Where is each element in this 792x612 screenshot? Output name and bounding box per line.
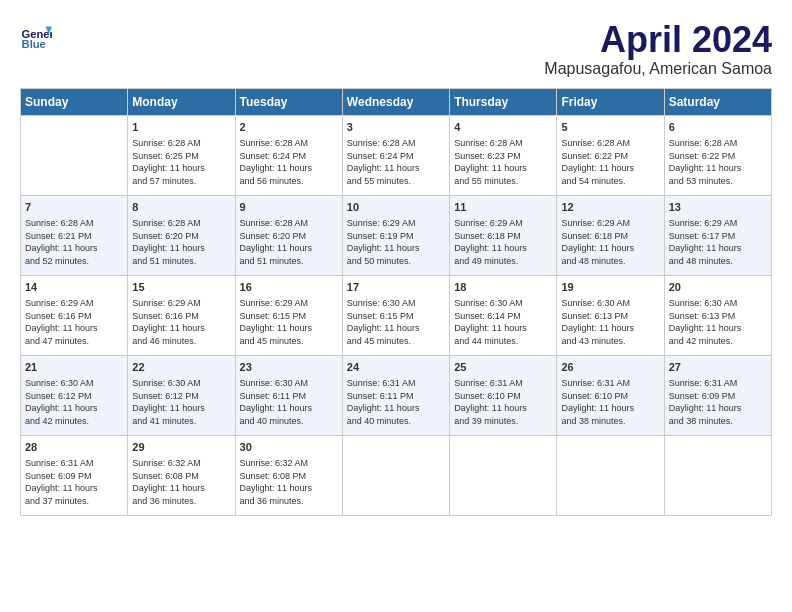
calendar-cell: 13Sunrise: 6:29 AM Sunset: 6:17 PM Dayli… xyxy=(664,195,771,275)
day-info: Sunrise: 6:31 AM Sunset: 6:10 PM Dayligh… xyxy=(454,377,552,427)
weekday-header: Thursday xyxy=(450,88,557,115)
day-number: 14 xyxy=(25,280,123,295)
calendar-cell: 20Sunrise: 6:30 AM Sunset: 6:13 PM Dayli… xyxy=(664,275,771,355)
calendar-cell: 10Sunrise: 6:29 AM Sunset: 6:19 PM Dayli… xyxy=(342,195,449,275)
weekday-header: Monday xyxy=(128,88,235,115)
day-number: 10 xyxy=(347,200,445,215)
day-number: 9 xyxy=(240,200,338,215)
logo: General Blue xyxy=(20,20,52,52)
day-number: 4 xyxy=(454,120,552,135)
day-info: Sunrise: 6:28 AM Sunset: 6:20 PM Dayligh… xyxy=(132,217,230,267)
day-info: Sunrise: 6:29 AM Sunset: 6:18 PM Dayligh… xyxy=(561,217,659,267)
calendar-cell: 18Sunrise: 6:30 AM Sunset: 6:14 PM Dayli… xyxy=(450,275,557,355)
day-number: 13 xyxy=(669,200,767,215)
day-info: Sunrise: 6:32 AM Sunset: 6:08 PM Dayligh… xyxy=(240,457,338,507)
calendar-cell: 21Sunrise: 6:30 AM Sunset: 6:12 PM Dayli… xyxy=(21,355,128,435)
page-header: General Blue April 2024 Mapusagafou, Ame… xyxy=(20,20,772,78)
weekday-header: Sunday xyxy=(21,88,128,115)
calendar-cell: 2Sunrise: 6:28 AM Sunset: 6:24 PM Daylig… xyxy=(235,115,342,195)
svg-text:Blue: Blue xyxy=(22,38,46,50)
day-info: Sunrise: 6:28 AM Sunset: 6:22 PM Dayligh… xyxy=(561,137,659,187)
logo-icon: General Blue xyxy=(20,20,52,52)
calendar-cell: 22Sunrise: 6:30 AM Sunset: 6:12 PM Dayli… xyxy=(128,355,235,435)
day-info: Sunrise: 6:28 AM Sunset: 6:25 PM Dayligh… xyxy=(132,137,230,187)
calendar-cell: 28Sunrise: 6:31 AM Sunset: 6:09 PM Dayli… xyxy=(21,435,128,515)
day-number: 5 xyxy=(561,120,659,135)
day-number: 21 xyxy=(25,360,123,375)
day-info: Sunrise: 6:29 AM Sunset: 6:18 PM Dayligh… xyxy=(454,217,552,267)
day-number: 25 xyxy=(454,360,552,375)
day-info: Sunrise: 6:29 AM Sunset: 6:15 PM Dayligh… xyxy=(240,297,338,347)
location-title: Mapusagafou, American Samoa xyxy=(544,60,772,78)
day-info: Sunrise: 6:30 AM Sunset: 6:11 PM Dayligh… xyxy=(240,377,338,427)
calendar-cell: 19Sunrise: 6:30 AM Sunset: 6:13 PM Dayli… xyxy=(557,275,664,355)
day-number: 17 xyxy=(347,280,445,295)
calendar-table: SundayMondayTuesdayWednesdayThursdayFrid… xyxy=(20,88,772,516)
day-number: 11 xyxy=(454,200,552,215)
calendar-cell xyxy=(21,115,128,195)
day-number: 19 xyxy=(561,280,659,295)
calendar-cell: 15Sunrise: 6:29 AM Sunset: 6:16 PM Dayli… xyxy=(128,275,235,355)
day-info: Sunrise: 6:30 AM Sunset: 6:12 PM Dayligh… xyxy=(132,377,230,427)
calendar-cell: 29Sunrise: 6:32 AM Sunset: 6:08 PM Dayli… xyxy=(128,435,235,515)
calendar-cell xyxy=(450,435,557,515)
day-info: Sunrise: 6:30 AM Sunset: 6:13 PM Dayligh… xyxy=(669,297,767,347)
day-info: Sunrise: 6:31 AM Sunset: 6:09 PM Dayligh… xyxy=(25,457,123,507)
calendar-cell xyxy=(664,435,771,515)
calendar-cell: 12Sunrise: 6:29 AM Sunset: 6:18 PM Dayli… xyxy=(557,195,664,275)
day-info: Sunrise: 6:30 AM Sunset: 6:12 PM Dayligh… xyxy=(25,377,123,427)
day-number: 6 xyxy=(669,120,767,135)
day-info: Sunrise: 6:29 AM Sunset: 6:19 PM Dayligh… xyxy=(347,217,445,267)
day-info: Sunrise: 6:28 AM Sunset: 6:23 PM Dayligh… xyxy=(454,137,552,187)
calendar-cell: 1Sunrise: 6:28 AM Sunset: 6:25 PM Daylig… xyxy=(128,115,235,195)
day-info: Sunrise: 6:32 AM Sunset: 6:08 PM Dayligh… xyxy=(132,457,230,507)
day-number: 23 xyxy=(240,360,338,375)
day-number: 15 xyxy=(132,280,230,295)
calendar-cell: 25Sunrise: 6:31 AM Sunset: 6:10 PM Dayli… xyxy=(450,355,557,435)
calendar-cell: 27Sunrise: 6:31 AM Sunset: 6:09 PM Dayli… xyxy=(664,355,771,435)
calendar-cell: 3Sunrise: 6:28 AM Sunset: 6:24 PM Daylig… xyxy=(342,115,449,195)
weekday-header: Saturday xyxy=(664,88,771,115)
day-info: Sunrise: 6:31 AM Sunset: 6:11 PM Dayligh… xyxy=(347,377,445,427)
day-info: Sunrise: 6:31 AM Sunset: 6:10 PM Dayligh… xyxy=(561,377,659,427)
day-number: 8 xyxy=(132,200,230,215)
day-number: 29 xyxy=(132,440,230,455)
day-info: Sunrise: 6:29 AM Sunset: 6:16 PM Dayligh… xyxy=(25,297,123,347)
day-info: Sunrise: 6:28 AM Sunset: 6:21 PM Dayligh… xyxy=(25,217,123,267)
day-number: 28 xyxy=(25,440,123,455)
day-info: Sunrise: 6:31 AM Sunset: 6:09 PM Dayligh… xyxy=(669,377,767,427)
day-number: 27 xyxy=(669,360,767,375)
month-title: April 2024 xyxy=(544,20,772,60)
day-number: 3 xyxy=(347,120,445,135)
weekday-header: Wednesday xyxy=(342,88,449,115)
day-info: Sunrise: 6:30 AM Sunset: 6:14 PM Dayligh… xyxy=(454,297,552,347)
day-info: Sunrise: 6:28 AM Sunset: 6:24 PM Dayligh… xyxy=(240,137,338,187)
calendar-cell: 5Sunrise: 6:28 AM Sunset: 6:22 PM Daylig… xyxy=(557,115,664,195)
day-number: 7 xyxy=(25,200,123,215)
calendar-cell: 7Sunrise: 6:28 AM Sunset: 6:21 PM Daylig… xyxy=(21,195,128,275)
calendar-cell xyxy=(342,435,449,515)
weekday-header: Tuesday xyxy=(235,88,342,115)
day-number: 30 xyxy=(240,440,338,455)
day-info: Sunrise: 6:28 AM Sunset: 6:20 PM Dayligh… xyxy=(240,217,338,267)
calendar-cell: 8Sunrise: 6:28 AM Sunset: 6:20 PM Daylig… xyxy=(128,195,235,275)
title-block: April 2024 Mapusagafou, American Samoa xyxy=(544,20,772,78)
day-number: 24 xyxy=(347,360,445,375)
day-info: Sunrise: 6:29 AM Sunset: 6:16 PM Dayligh… xyxy=(132,297,230,347)
calendar-cell: 11Sunrise: 6:29 AM Sunset: 6:18 PM Dayli… xyxy=(450,195,557,275)
calendar-cell: 26Sunrise: 6:31 AM Sunset: 6:10 PM Dayli… xyxy=(557,355,664,435)
calendar-cell: 24Sunrise: 6:31 AM Sunset: 6:11 PM Dayli… xyxy=(342,355,449,435)
weekday-header: Friday xyxy=(557,88,664,115)
day-number: 12 xyxy=(561,200,659,215)
calendar-cell: 16Sunrise: 6:29 AM Sunset: 6:15 PM Dayli… xyxy=(235,275,342,355)
calendar-cell: 6Sunrise: 6:28 AM Sunset: 6:22 PM Daylig… xyxy=(664,115,771,195)
day-info: Sunrise: 6:30 AM Sunset: 6:13 PM Dayligh… xyxy=(561,297,659,347)
calendar-cell: 23Sunrise: 6:30 AM Sunset: 6:11 PM Dayli… xyxy=(235,355,342,435)
calendar-cell xyxy=(557,435,664,515)
day-info: Sunrise: 6:28 AM Sunset: 6:22 PM Dayligh… xyxy=(669,137,767,187)
day-info: Sunrise: 6:30 AM Sunset: 6:15 PM Dayligh… xyxy=(347,297,445,347)
day-info: Sunrise: 6:28 AM Sunset: 6:24 PM Dayligh… xyxy=(347,137,445,187)
day-number: 1 xyxy=(132,120,230,135)
day-number: 16 xyxy=(240,280,338,295)
calendar-cell: 9Sunrise: 6:28 AM Sunset: 6:20 PM Daylig… xyxy=(235,195,342,275)
